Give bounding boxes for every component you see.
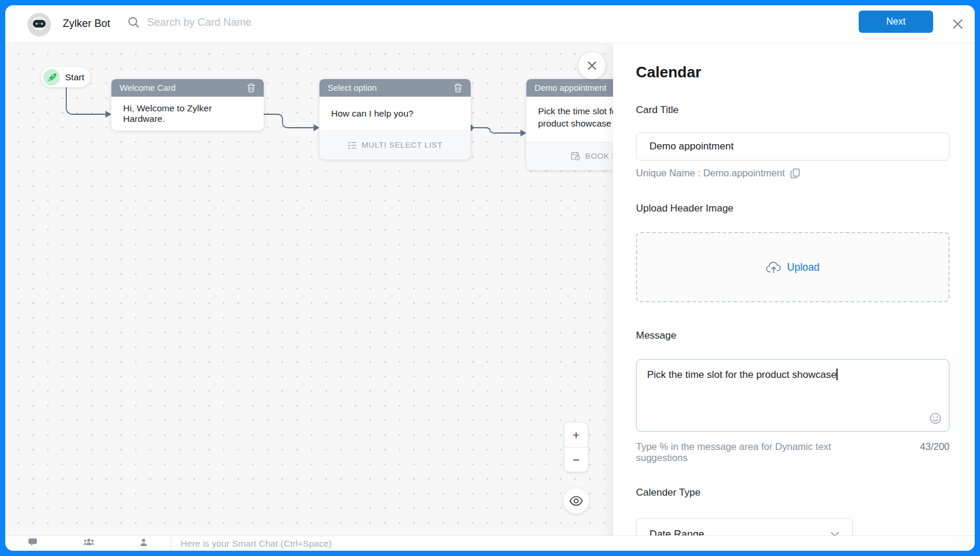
top-bar: Zylker Bot Next [5, 5, 975, 43]
smart-chat-input[interactable] [171, 536, 476, 549]
flow-canvas[interactable]: Start Welcome Card Hi, Welcome to Zylker… [5, 43, 613, 551]
calendar-clock-icon [571, 151, 580, 161]
zoom-out-button[interactable]: − [564, 448, 588, 472]
panel-title: Calendar [636, 63, 950, 81]
card-title: Select option [328, 83, 377, 93]
wire-select-to-demo [470, 128, 521, 133]
copy-icon[interactable] [790, 168, 800, 179]
flow-card-welcome[interactable]: Welcome Card Hi, Welcome to Zylker Hardw… [111, 79, 264, 131]
unique-name-text: Unique Name : Demo.appointment [636, 168, 785, 179]
start-label: Start [65, 72, 84, 83]
dynamic-text-hint: Type % in the message area for Dynamic t… [636, 441, 862, 464]
trash-icon[interactable] [454, 83, 462, 93]
panel-close-button[interactable] [579, 52, 605, 79]
zoom-controls: + − [564, 423, 588, 472]
rocket-icon [43, 69, 60, 86]
calender-type-label: Calender Type [636, 487, 950, 499]
search-input[interactable] [147, 16, 393, 29]
upload-button[interactable]: Upload [787, 261, 819, 274]
zoom-in-button[interactable]: + [564, 423, 588, 448]
bot-avatar [28, 13, 51, 36]
multi-select-list-icon [348, 141, 357, 149]
trash-icon[interactable] [247, 83, 256, 93]
bot-name: Zylker Bot [63, 18, 110, 30]
window-close-icon[interactable] [951, 17, 965, 31]
card-settings-panel: Calendar Card Title Unique Name : Demo.a… [613, 43, 975, 551]
connector-wires [5, 43, 613, 551]
start-node[interactable]: Start [41, 67, 90, 87]
card-message: How can I help you? [319, 97, 471, 131]
close-icon [586, 60, 598, 71]
card-type-badge: MULTI SELECT LIST [319, 131, 471, 159]
card-title: Welcome Card [120, 83, 176, 93]
arrowhead [314, 124, 319, 131]
card-title-label: Card Title [636, 104, 950, 116]
next-button[interactable]: Next [859, 11, 933, 33]
card-title-input[interactable] [636, 132, 950, 161]
smart-chat-bar [5, 535, 975, 551]
wire-welcome-to-select [261, 114, 314, 128]
cloud-upload-icon [766, 261, 781, 274]
preview-eye-button[interactable] [563, 488, 589, 514]
users-group-icon[interactable] [83, 538, 94, 548]
smiley-icon [929, 412, 942, 425]
message-label: Message [636, 330, 950, 342]
arrowhead [106, 111, 111, 118]
flow-card-select-option[interactable]: Select option How can I help you? MULTI … [319, 79, 471, 159]
user-icon[interactable] [139, 538, 148, 548]
eye-icon [569, 496, 583, 506]
card-title: Demo appointment [535, 83, 607, 93]
wire-start-to-welcome [66, 87, 106, 114]
char-counter: 43/200 [920, 441, 950, 464]
arrowhead [520, 129, 526, 137]
message-text: Pick the time slot for the product showc… [647, 369, 836, 380]
chat-bubble-icon[interactable] [28, 538, 38, 548]
emoji-picker-button[interactable] [929, 412, 942, 427]
upload-dropzone[interactable]: Upload [636, 232, 950, 302]
card-message: Hi, Welcome to Zylker Hardware. [111, 97, 264, 131]
upload-header-label: Upload Header Image [636, 203, 950, 214]
robot-face-icon [29, 15, 49, 35]
app-window: Zylker Bot Next [5, 5, 975, 551]
message-textarea[interactable]: Pick the time slot for the product showc… [636, 359, 950, 432]
text-cursor [836, 369, 838, 380]
search-icon [127, 16, 140, 29]
